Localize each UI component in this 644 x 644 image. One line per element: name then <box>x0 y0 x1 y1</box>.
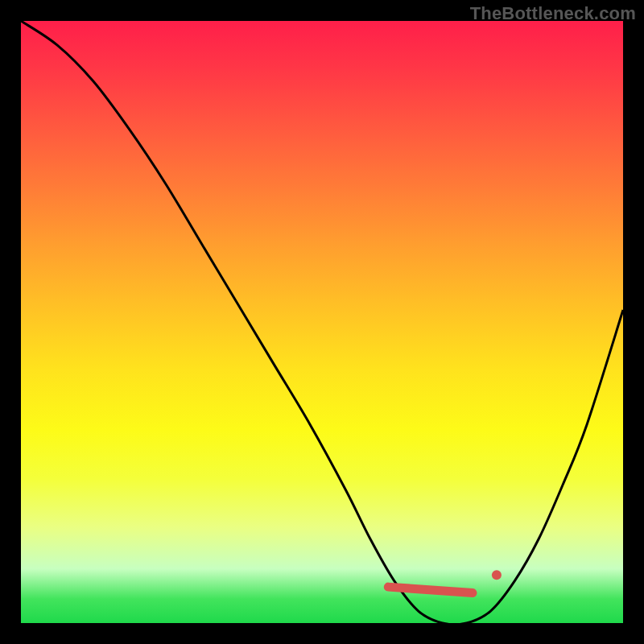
curve-path <box>21 21 623 623</box>
optimum-marker-bar <box>388 587 473 592</box>
bottleneck-curve <box>21 21 623 623</box>
chart-container: TheBottleneck.com <box>0 0 644 644</box>
optimum-marker-dot <box>492 570 502 580</box>
plot-area <box>21 21 623 623</box>
